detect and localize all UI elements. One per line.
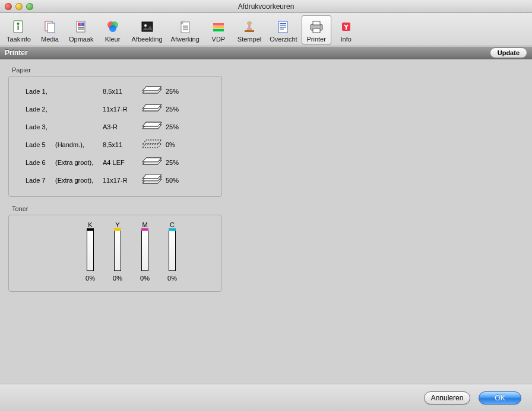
cancel-button[interactable]: Annuleren [424,391,470,404]
svg-rect-23 [247,28,252,30]
tray-percent: 25% [166,159,189,166]
close-window-button[interactable] [5,3,12,10]
paper-stack-icon [138,103,166,115]
ok-button-label: OK [495,394,505,402]
tray-row: Lade 1,8,5x1125% [26,82,213,100]
tray-row: Lade 5(Handm.),8,5x110% [26,136,213,154]
section-title: Printer [5,49,28,57]
tab-afwerking[interactable]: Afwerking [167,15,204,44]
svg-rect-27 [280,23,286,24]
titlebar: Afdrukvoorkeuren [0,0,532,13]
stamp-icon [242,19,257,34]
info-icon [338,19,354,34]
summary-icon [276,19,291,34]
taakinfo-icon [11,19,26,34]
svg-rect-20 [213,26,224,28]
tray-note: (Extra groot), [55,177,103,184]
svg-rect-33 [313,28,320,33]
tab-label: Afwerking [171,36,200,43]
svg-rect-16 [183,26,188,27]
tray-name: Lade 5 [26,141,55,148]
svg-rect-22 [245,30,254,32]
printer-icon [309,19,324,34]
tray-size: 11x17-R [103,177,138,184]
toner-group-title: Toner [12,205,524,212]
tab-label: Afbeelding [132,36,163,43]
svg-rect-9 [78,28,84,30]
toner-label: C [170,221,175,228]
tab-info[interactable]: Info [331,15,361,44]
tab-label: Taakinfo [7,36,31,43]
ok-button[interactable]: OK [479,391,521,404]
tab-label: Overzicht [270,36,297,43]
toner-col: C0% [164,221,180,282]
toner-level-bar [114,230,121,271]
toner-col: K0% [83,221,98,282]
toner-percent: 0% [86,275,95,282]
paper-group-title: Papier [12,66,524,74]
tab-afbeelding[interactable]: Afbeelding [128,15,167,44]
paper-stack-icon [138,174,166,186]
tray-size: 11x17-R [103,106,138,113]
window-title: Afdrukvoorkeuren [0,2,532,11]
tray-row: Lade 6(Extra groot),A4 LEF25% [26,154,213,171]
paper-stack-icon [138,121,166,133]
tab-overzicht[interactable]: Overzicht [265,15,301,44]
finishing-icon [178,19,193,34]
tray-percent: 25% [166,88,189,95]
toner-label: M [142,221,147,228]
toner-percent: 0% [113,275,122,282]
toner-col: M0% [137,221,153,282]
layout-icon [74,19,89,34]
toner-label: K [88,221,92,228]
svg-point-1 [17,23,20,25]
update-button[interactable]: Update [490,47,527,58]
paper-stack-icon [138,85,166,97]
color-icon [105,19,121,34]
paper-stack-icon [138,139,166,151]
tray-percent: 50% [166,177,189,184]
paper-group: Lade 1,8,5x1125%Lade 2,11x17-R25%Lade 3,… [8,76,222,197]
toner-label: Y [115,221,119,228]
tab-stempel[interactable]: Stempel [233,15,265,44]
toner-percent: 0% [140,275,150,282]
svg-point-14 [144,24,147,27]
tray-name: Lade 2, [26,106,55,113]
svg-rect-18 [183,29,188,30]
tray-size: 8,5x11 [103,141,138,148]
tray-name: Lade 3, [26,123,55,130]
tab-printer[interactable]: Printer [302,15,331,44]
svg-rect-32 [313,21,320,25]
window-controls [0,3,33,10]
content: Papier Lade 1,8,5x1125%Lade 2,11x17-R25%… [0,59,532,411]
svg-rect-28 [280,25,286,26]
tray-percent: 25% [166,106,189,113]
tab-taakinfo[interactable]: Taakinfo [2,15,35,44]
toner-row: K0%Y0%M0%C0% [17,221,213,282]
svg-rect-19 [213,23,224,26]
tab-label: Stempel [238,36,261,43]
zoom-window-button[interactable] [26,3,33,10]
tab-label: Opmaak [69,36,94,43]
tray-percent: 0% [166,141,189,148]
tray-row: Lade 7(Extra groot),11x17-R50% [26,171,213,189]
svg-rect-21 [213,29,224,31]
tray-size: A3-R [103,123,138,130]
tab-kleur[interactable]: Kleur [98,15,128,44]
svg-rect-29 [280,27,286,28]
toner-level-bar [87,230,94,271]
tab-media[interactable]: Media [35,15,65,44]
tray-note: (Handm.), [55,141,103,148]
tray-name: Lade 1, [26,88,55,95]
svg-point-12 [109,25,116,32]
tab-label: Info [341,36,352,43]
tab-label: Media [41,36,59,43]
svg-rect-6 [78,23,81,26]
tab-label: Printer [306,36,325,43]
section-header: Printer Update [0,46,532,59]
tab-opmaak[interactable]: Opmaak [65,15,98,44]
tab-vdp[interactable]: VDP [204,15,233,44]
footer: Annuleren OK [0,384,532,411]
tray-name: Lade 7 [26,177,55,184]
minimize-window-button[interactable] [15,3,23,10]
